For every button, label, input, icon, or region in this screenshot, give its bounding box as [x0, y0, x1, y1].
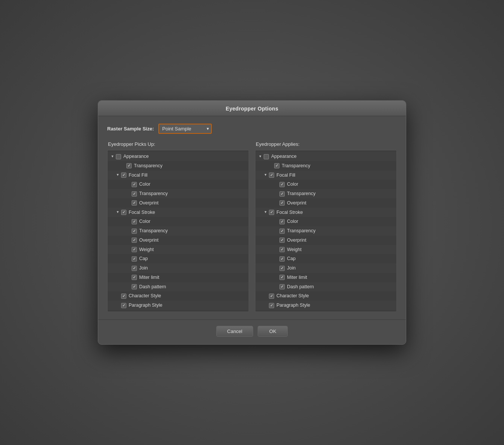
stroke-dash-label: Dash pattern [139, 283, 166, 291]
expand-icon[interactable] [110, 154, 115, 159]
list-item: Overprint [255, 236, 396, 245]
applies-stroke-weight-checkbox[interactable] [279, 247, 285, 252]
applies-focal-stroke-label: Focal Stroke [276, 209, 303, 216]
ok-button[interactable]: OK [258, 326, 288, 337]
stroke-overprint-checkbox[interactable] [132, 238, 137, 243]
picks-up-column: Eyedropper Picks Up: Appearance Tran [107, 141, 249, 312]
applies-stroke-cap-checkbox[interactable] [279, 256, 285, 262]
dialog-title: Eyedropper Options [226, 106, 278, 112]
applies-tree: Appearance Transparency Focal Fill [255, 150, 397, 312]
list-item: Transparency [255, 161, 396, 171]
dialog-body: Raster Sample Size: Point Sample 3x3 Ave… [98, 116, 406, 319]
applies-stroke-overprint-checkbox[interactable] [279, 238, 285, 243]
list-item: Miter limit [108, 273, 249, 282]
list-item: Color [255, 180, 396, 189]
stroke-cap-label: Cap [139, 255, 148, 262]
raster-sample-label: Raster Sample Size: [107, 126, 154, 132]
expand-icon[interactable] [258, 154, 263, 159]
applies-paragraph-style-checkbox[interactable] [269, 303, 274, 308]
applies-stroke-join-label: Join [287, 265, 296, 272]
stroke-dash-checkbox[interactable] [132, 284, 137, 289]
list-item: Color [255, 217, 396, 226]
fill-color-label: Color [139, 181, 150, 188]
list-item: Join [108, 263, 249, 273]
fill-transparency-checkbox[interactable] [132, 191, 137, 197]
dialog-backdrop: Eyedropper Options Raster Sample Size: P… [0, 0, 504, 445]
expand-icon[interactable] [263, 173, 268, 178]
expand-icon[interactable] [115, 173, 120, 178]
picks-up-header: Eyedropper Picks Up: [107, 141, 249, 147]
stroke-overprint-label: Overprint [139, 237, 158, 244]
focal-stroke-checkbox[interactable] [121, 210, 126, 215]
stroke-join-checkbox[interactable] [132, 266, 137, 271]
focal-stroke-label: Focal Stroke [129, 209, 155, 216]
focal-fill-label: Focal Fill [129, 172, 147, 179]
list-item: Overprint [108, 198, 249, 208]
applies-paragraph-style-label: Paragraph Style [276, 302, 310, 309]
list-item: Color [108, 180, 249, 189]
list-item: Weight [108, 245, 249, 254]
stroke-transparency-checkbox[interactable] [132, 229, 137, 234]
transparency-checkbox[interactable] [126, 163, 132, 168]
character-style-checkbox[interactable] [121, 294, 126, 299]
stroke-weight-checkbox[interactable] [132, 247, 137, 252]
applies-fill-color-checkbox[interactable] [279, 182, 285, 187]
list-item: Paragraph Style [255, 301, 396, 310]
applies-fill-transparency-checkbox[interactable] [279, 191, 285, 197]
columns-container: Eyedropper Picks Up: Appearance Tran [107, 141, 397, 312]
fill-overprint-label: Overprint [139, 200, 158, 207]
stroke-color-label: Color [139, 218, 150, 225]
appearance-checkbox[interactable] [116, 154, 121, 159]
list-item: Appearance [255, 152, 396, 161]
applies-transparency-checkbox[interactable] [274, 163, 279, 168]
list-item: Transparency [255, 226, 396, 236]
applies-stroke-miter-checkbox[interactable] [279, 275, 285, 280]
applies-stroke-cap-label: Cap [287, 255, 296, 262]
expand-icon[interactable] [263, 210, 268, 215]
cancel-button[interactable]: Cancel [216, 326, 253, 337]
applies-appearance-checkbox[interactable] [264, 154, 269, 159]
list-item: Overprint [255, 198, 396, 208]
stroke-color-checkbox[interactable] [132, 219, 137, 224]
applies-fill-overprint-checkbox[interactable] [279, 200, 285, 206]
eyedropper-options-dialog: Eyedropper Options Raster Sample Size: P… [98, 100, 406, 345]
list-item: Focal Stroke [108, 208, 249, 217]
applies-appearance-label: Appearance [271, 153, 296, 160]
dialog-footer: Cancel OK [98, 319, 406, 344]
applies-focal-stroke-checkbox[interactable] [269, 210, 274, 215]
list-item: Character Style [108, 291, 249, 301]
dialog-titlebar: Eyedropper Options [98, 101, 406, 116]
applies-transparency-label: Transparency [282, 162, 310, 170]
raster-sample-dropdown-wrapper[interactable]: Point Sample 3x3 Average 5x5 Average 11x… [158, 124, 212, 134]
applies-stroke-join-checkbox[interactable] [279, 266, 285, 271]
applies-stroke-color-label: Color [287, 218, 298, 225]
list-item: Focal Stroke [255, 208, 396, 217]
fill-overprint-checkbox[interactable] [132, 200, 137, 206]
expand-icon[interactable] [115, 210, 120, 215]
applies-focal-fill-checkbox[interactable] [269, 173, 274, 178]
focal-fill-checkbox[interactable] [121, 173, 126, 178]
list-item: Color [108, 217, 249, 226]
applies-character-style-checkbox[interactable] [269, 294, 274, 299]
list-item: Paragraph Style [108, 301, 249, 310]
list-item: Transparency [108, 161, 249, 171]
picks-up-tree: Appearance Transparency Focal Fill [107, 150, 249, 312]
list-item: Weight [255, 245, 396, 254]
applies-stroke-transparency-checkbox[interactable] [279, 229, 285, 234]
raster-sample-select[interactable]: Point Sample 3x3 Average 5x5 Average 11x… [158, 124, 212, 134]
stroke-transparency-label: Transparency [139, 227, 168, 235]
paragraph-style-label: Paragraph Style [129, 302, 162, 309]
applies-stroke-color-checkbox[interactable] [279, 219, 285, 224]
applies-fill-overprint-label: Overprint [287, 200, 306, 207]
transparency-label: Transparency [134, 162, 162, 170]
paragraph-style-checkbox[interactable] [121, 303, 126, 308]
stroke-miter-label: Miter limit [139, 274, 159, 281]
stroke-cap-checkbox[interactable] [132, 256, 137, 262]
stroke-miter-checkbox[interactable] [132, 275, 137, 280]
fill-color-checkbox[interactable] [132, 182, 137, 187]
list-item: Focal Fill [255, 171, 396, 180]
applies-stroke-dash-checkbox[interactable] [279, 284, 285, 289]
list-item: Join [255, 263, 396, 273]
list-item: Focal Fill [108, 171, 249, 180]
applies-character-style-label: Character Style [276, 292, 309, 300]
